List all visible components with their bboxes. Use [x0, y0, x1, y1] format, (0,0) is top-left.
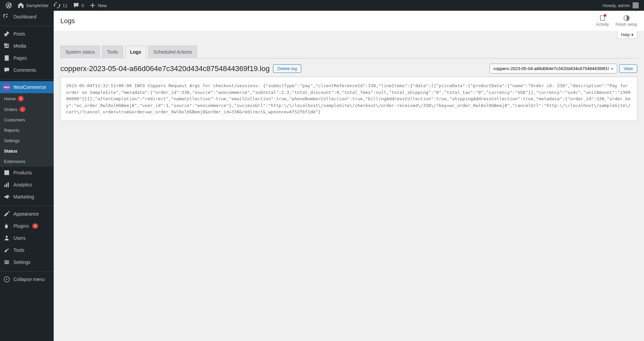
- activity-button[interactable]: Activity: [596, 15, 609, 27]
- comment-icon: [73, 2, 79, 9]
- log-title-row: copperx-2023-05-04-a66d064e7c3420d434c87…: [60, 64, 301, 73]
- svg-rect-9: [4, 262, 9, 263]
- dashboard-label: Dashboard: [13, 14, 37, 19]
- sidebar-collapse[interactable]: Collapse menu: [0, 273, 54, 285]
- site-name: SampleSite: [26, 3, 48, 8]
- menu-separator: [0, 205, 54, 206]
- sidebar-item-comments[interactable]: Comments: [0, 64, 54, 76]
- tools-label: Tools: [13, 247, 24, 253]
- update-icon: [54, 2, 60, 9]
- activity-label: Activity: [596, 22, 609, 27]
- delete-log-button[interactable]: Delete log: [273, 64, 302, 73]
- submenu-reports[interactable]: Reports: [0, 125, 54, 135]
- activity-notification-dot: [604, 14, 606, 17]
- comments-label: Comments: [13, 67, 36, 73]
- new-label: New: [98, 3, 107, 8]
- finish-setup-button[interactable]: Finish setup: [615, 15, 637, 27]
- site-name-link[interactable]: SampleSite: [15, 0, 51, 11]
- settings-main-label: Settings: [13, 260, 31, 265]
- tab-system-status[interactable]: System status: [60, 46, 100, 58]
- sidebar-item-users[interactable]: Users: [0, 232, 54, 244]
- plugins-label: Plugins: [13, 223, 29, 229]
- log-header: copperx-2023-05-04-a66d064e7c3420d434c87…: [54, 58, 644, 77]
- view-button[interactable]: View: [619, 64, 637, 73]
- wp-logo[interactable]: [3, 0, 15, 11]
- svg-rect-2: [4, 171, 9, 175]
- svg-point-7: [6, 236, 8, 238]
- menu-separator: [0, 24, 54, 26]
- main-content: Logs Activity Finish setup Help ▾: [54, 11, 644, 341]
- submenu-orders[interactable]: Orders 1: [0, 104, 54, 115]
- submenu-extensions[interactable]: Extensions: [0, 156, 54, 167]
- svg-rect-11: [5, 260, 6, 262]
- page-title: Logs: [60, 17, 75, 25]
- admin-bar-right[interactable]: Howdy, admin: [603, 2, 641, 8]
- plugins-badge: 8: [32, 223, 38, 229]
- sidebar-item-tools[interactable]: Tools: [0, 244, 54, 256]
- home-badge: 3: [18, 96, 24, 101]
- collapse-label: Collapse menu: [13, 277, 45, 282]
- sidebar-item-pages[interactable]: Pages: [0, 52, 54, 64]
- woocommerce-label: WooCommerce: [13, 84, 46, 90]
- plugins-icon: [3, 223, 10, 229]
- svg-rect-5: [6, 183, 7, 187]
- svg-rect-1: [5, 55, 9, 61]
- woocommerce-submenu: Home 3 Orders 1 Customers Reports Settin…: [0, 93, 54, 167]
- appearance-label: Appearance: [13, 211, 39, 217]
- sidebar-item-woocommerce[interactable]: woo WooCommerce: [0, 81, 54, 93]
- sidebar-item-analytics[interactable]: Analytics: [0, 179, 54, 191]
- status-tabs: System status Tools Logs Scheduled Actio…: [60, 46, 637, 58]
- tab-tools[interactable]: Tools: [102, 46, 123, 58]
- home-icon: [17, 2, 24, 9]
- sidebar-item-media[interactable]: Media: [0, 40, 54, 52]
- settings-icon: [3, 259, 10, 266]
- submenu-customers[interactable]: Customers: [0, 115, 54, 125]
- tab-logs[interactable]: Logs: [125, 46, 146, 58]
- submenu-status[interactable]: Status: [0, 146, 54, 156]
- dashboard-icon: [3, 13, 10, 20]
- sidebar-item-posts[interactable]: Posts: [0, 28, 54, 40]
- tab-scheduled-actions[interactable]: Scheduled Actions: [148, 46, 197, 58]
- products-label: Products: [13, 170, 32, 175]
- pin-icon: [3, 31, 10, 37]
- appearance-icon: [3, 211, 10, 217]
- menu-separator: [0, 78, 54, 79]
- pages-icon: [3, 55, 10, 61]
- posts-label: Posts: [13, 31, 25, 37]
- pages-label: Pages: [13, 55, 27, 61]
- svg-rect-8: [4, 261, 9, 261]
- help-button[interactable]: Help ▾: [617, 31, 637, 39]
- menu-separator: [0, 270, 54, 272]
- log-file-select[interactable]: copperx-2023-05-04-a66d064e7c3420d434c87…: [490, 64, 617, 73]
- howdy-text: Howdy, admin: [603, 3, 630, 8]
- log-filename: copperx-2023-05-04-a66d064e7c3420d434c87…: [60, 64, 270, 73]
- woocommerce-icon: woo: [3, 84, 10, 91]
- svg-rect-4: [4, 185, 5, 187]
- sidebar-item-dashboard[interactable]: Dashboard: [0, 11, 54, 23]
- wordpress-icon: [5, 2, 12, 9]
- admin-bar-left: SampleSite 11 0 New: [3, 0, 109, 11]
- svg-rect-12: [7, 262, 8, 263]
- marketing-icon: [3, 193, 10, 200]
- log-selector: copperx-2023-05-04-a66d064e7c3420d434c87…: [490, 64, 637, 73]
- analytics-icon: [3, 181, 10, 188]
- sidebar-item-settings[interactable]: Settings: [0, 256, 54, 268]
- media-icon: [3, 43, 10, 49]
- sidebar-item-products[interactable]: Products: [0, 167, 54, 179]
- sidebar-item-plugins[interactable]: Plugins 8: [0, 220, 54, 232]
- finish-setup-label: Finish setup: [615, 22, 637, 27]
- collapse-icon: [3, 276, 10, 283]
- comments-icon: [3, 67, 10, 73]
- updates-link[interactable]: 11: [51, 0, 70, 11]
- comments-link[interactable]: 0: [70, 0, 87, 11]
- new-link[interactable]: New: [87, 0, 109, 11]
- sidebar-item-marketing[interactable]: Marketing: [0, 191, 54, 203]
- tools-icon: [3, 247, 10, 253]
- header-bar: Logs Activity Finish setup: [54, 11, 644, 31]
- admin-sidebar: Dashboard Posts Media Pages Comments woo…: [0, 11, 54, 341]
- avatar: [633, 2, 639, 8]
- sidebar-item-appearance[interactable]: Appearance: [0, 208, 54, 220]
- submenu-home[interactable]: Home 3: [0, 93, 54, 104]
- submenu-orders-label: Orders: [4, 107, 17, 112]
- submenu-settings[interactable]: Settings: [0, 135, 54, 146]
